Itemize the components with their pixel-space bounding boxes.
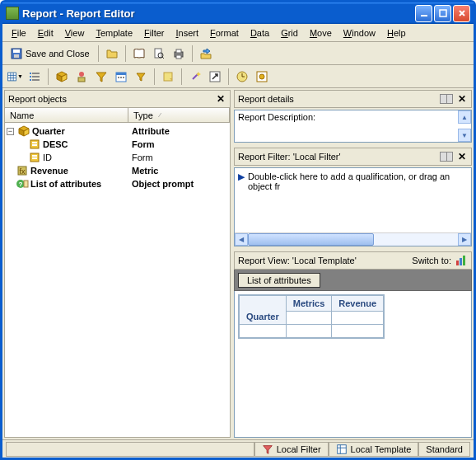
shortcut-button[interactable] (206, 68, 224, 86)
menu-view[interactable]: View (59, 26, 91, 40)
expander-minus[interactable]: − (7, 128, 14, 135)
svg-rect-10 (176, 55, 181, 59)
preview-button[interactable] (150, 45, 168, 63)
options-button[interactable] (253, 68, 271, 86)
tree-row-revenue[interactable]: fx Revenue Metric (5, 164, 230, 177)
menu-help[interactable]: Help (381, 26, 412, 40)
report-objects-pane: Report objects ✕ Name Type∕ − Quarter At… (2, 88, 232, 439)
switch-to-button[interactable] (455, 254, 468, 267)
statusbar: Local Filter Local Template Standard (2, 439, 474, 458)
grid-cell[interactable] (286, 312, 332, 325)
report-details-close-button[interactable]: ✕ (456, 93, 468, 105)
menu-template[interactable]: Template (90, 26, 138, 40)
tree-row-id[interactable]: ID Form (5, 151, 230, 164)
status-local-template[interactable]: Local Template (329, 442, 419, 457)
scroll-track[interactable] (248, 233, 458, 246)
data-grid[interactable]: Quarter Metrics Revenue (238, 294, 385, 339)
template-band[interactable]: List of attributes (234, 270, 472, 291)
svg-rect-23 (78, 77, 85, 82)
clock-button[interactable] (233, 68, 251, 86)
grid-cell[interactable] (286, 325, 332, 338)
grid-view-button[interactable]: ▼ (6, 68, 24, 86)
menu-insert[interactable]: Insert (170, 26, 204, 40)
grid-column-header[interactable]: Revenue (332, 296, 384, 312)
svg-rect-48 (24, 181, 28, 187)
preview-icon (152, 47, 166, 60)
menu-data[interactable]: Data (245, 26, 275, 40)
grid-row-header[interactable]: Quarter (240, 296, 287, 325)
menu-format[interactable]: Format (204, 26, 245, 40)
cube-icon (55, 70, 68, 83)
tree-type: Object prompt (128, 179, 230, 189)
arrow-right-icon: ▶ (238, 171, 245, 182)
status-standard[interactable]: Standard (418, 442, 470, 457)
report-grid-box[interactable]: Quarter Metrics Revenue (234, 291, 472, 438)
book-button[interactable] (130, 45, 148, 63)
column-type-header[interactable]: Type∕ (128, 108, 230, 122)
note-button[interactable] (159, 68, 177, 86)
scroll-down-button[interactable]: ▼ (458, 129, 471, 142)
attribute-button[interactable] (53, 68, 71, 86)
export-icon (199, 47, 212, 60)
report-details-title: Report details (238, 94, 436, 104)
content-area: Report objects ✕ Name Type∕ − Quarter At… (2, 88, 474, 439)
menu-grid[interactable]: Grid (275, 26, 304, 40)
metric-button[interactable] (72, 68, 91, 86)
window-title: Report - Report Editor (22, 7, 413, 20)
scroll-right-button[interactable]: ▶ (458, 233, 471, 246)
report-objects-tree[interactable]: − Quarter Attribute DESC Form (4, 123, 231, 438)
maximize-button[interactable] (434, 5, 451, 22)
column-name-header[interactable]: Name (5, 108, 128, 122)
report-description-label: Report Description: (238, 112, 468, 122)
svg-rect-18 (30, 76, 31, 77)
report-filter-close-button[interactable]: ✕ (456, 151, 468, 162)
prompt-icon: ? (16, 177, 29, 190)
calendar-button[interactable] (112, 68, 130, 86)
status-spacer (6, 442, 254, 457)
clock-icon (236, 70, 249, 83)
print-button[interactable] (170, 45, 188, 63)
status-local-filter[interactable]: Local Filter (254, 442, 329, 457)
scroll-up-button[interactable]: ▲ (458, 110, 471, 124)
report-editor-window: Report - Report Editor File Edit View Te… (0, 0, 476, 460)
list-button[interactable] (26, 68, 44, 86)
svg-rect-27 (118, 77, 119, 78)
grid-cell[interactable] (332, 325, 384, 338)
menu-edit[interactable]: Edit (32, 26, 59, 40)
close-button[interactable] (453, 5, 470, 22)
svg-rect-42 (32, 155, 37, 157)
menu-file[interactable]: File (6, 26, 32, 40)
report-description-box[interactable]: Report Description: ▲ ▼ (234, 110, 472, 143)
menu-move[interactable]: Move (304, 26, 338, 40)
filter-hscroll[interactable]: ◀ ▶ (235, 232, 471, 246)
grid-metrics-header[interactable]: Metrics (286, 296, 332, 312)
funnel-icon (262, 444, 273, 455)
grid-icon (7, 70, 17, 83)
scroll-left-button[interactable]: ◀ (235, 233, 248, 246)
minimize-button[interactable] (415, 5, 432, 22)
tree-row-quarter[interactable]: − Quarter Attribute (5, 124, 230, 138)
svg-rect-50 (460, 258, 462, 265)
grid-cell[interactable] (240, 325, 287, 338)
svg-rect-1 (440, 10, 446, 16)
filter-button[interactable] (92, 68, 110, 86)
tree-row-desc[interactable]: DESC Form (5, 138, 230, 151)
svg-rect-11 (8, 73, 16, 81)
report-details-restore-button[interactable] (440, 94, 453, 104)
filter-small-button[interactable] (132, 68, 150, 86)
tree-row-list-of-attributes[interactable]: ? List of attributes Object prompt (5, 177, 230, 190)
chart-icon (455, 254, 468, 267)
menu-filter[interactable]: Filter (138, 26, 170, 40)
tree-type: Attribute (128, 126, 230, 136)
folder-button[interactable] (103, 45, 121, 63)
attribute-chip[interactable]: List of attributes (238, 273, 320, 288)
save-and-close-button[interactable]: Save and Close (6, 45, 94, 63)
grid-cell[interactable] (332, 312, 384, 325)
scroll-thumb[interactable] (248, 233, 374, 246)
report-filter-body[interactable]: ▶ Double-click here to add a qualificati… (234, 167, 472, 246)
report-objects-close-button[interactable]: ✕ (215, 93, 226, 105)
export-button[interactable] (197, 45, 215, 63)
report-filter-restore-button[interactable] (440, 152, 453, 162)
wizard-button[interactable] (186, 68, 204, 86)
menu-window[interactable]: Window (338, 26, 381, 40)
